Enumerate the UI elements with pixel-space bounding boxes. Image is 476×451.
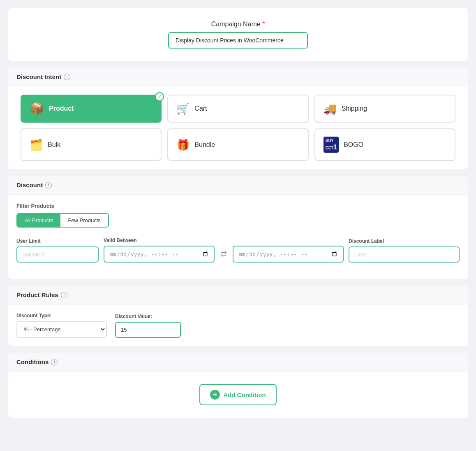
conditions-info-icon[interactable]: i	[51, 359, 58, 365]
discount-label-label: Discount Label	[349, 238, 460, 244]
campaign-name-section: Campaign Name *	[8, 8, 468, 61]
campaign-name-input[interactable]	[168, 32, 308, 49]
intent-card-bogo[interactable]: BUYGET1 BOGO	[314, 128, 455, 161]
product-rules-title: Product Rules	[16, 291, 58, 298]
valid-between-start-input[interactable]	[104, 246, 215, 263]
discount-value-field: Discount Value:	[115, 314, 181, 338]
cart-icon: 🛒	[176, 103, 189, 114]
valid-between-end-input[interactable]	[233, 246, 344, 263]
discount-label-input[interactable]	[349, 246, 460, 263]
discount-body: Filter Products All Products Few Product…	[8, 195, 468, 279]
valid-between-end-field: end	[233, 237, 344, 263]
product-rules-body: Discount Type: % - Percentage $ - Fixed …	[8, 305, 468, 346]
user-limit-field: User Limit	[16, 238, 99, 263]
add-condition-plus-icon: +	[210, 390, 220, 400]
intent-card-shipping[interactable]: 🚚 Shipping	[314, 95, 455, 123]
intent-card-bulk[interactable]: 🗂️ Bulk	[21, 128, 162, 161]
add-condition-button[interactable]: + Add Condition	[199, 384, 276, 405]
discount-type-field: Discount Type: % - Percentage $ - Fixed …	[16, 313, 107, 338]
valid-between-label: Valid Between	[104, 237, 215, 243]
filter-all-products-button[interactable]: All Products	[17, 214, 60, 227]
intent-label-bogo: BOGO	[344, 141, 363, 149]
discount-intent-title: Discount Intent	[16, 73, 61, 80]
bulk-icon: 🗂️	[30, 139, 43, 150]
intent-label-bundle: Bundle	[194, 141, 215, 149]
required-star: *	[262, 21, 265, 28]
conditions-title: Conditions	[16, 358, 49, 365]
intent-card-cart[interactable]: 🛒 Cart	[167, 95, 308, 123]
page-wrapper: Campaign Name * Discount Intent i 📦 Prod…	[8, 8, 468, 418]
user-limit-label: User Limit	[16, 238, 99, 244]
intent-label-bulk: Bulk	[48, 141, 60, 149]
discount-intent-info-icon[interactable]: i	[64, 74, 70, 80]
discount-type-label: Discount Type:	[16, 313, 107, 318]
intent-grid: 📦 Product ✓ 🛒 Cart 🚚 Shipping 🗂️ Bulk	[8, 86, 468, 169]
filter-products-label: Filter Products	[16, 203, 460, 209]
product-rules-section: Product Rules i Discount Type: % - Perce…	[8, 286, 468, 346]
discount-value-label: Discount Value:	[115, 314, 181, 319]
user-limit-input[interactable]	[16, 246, 99, 263]
intent-card-bundle[interactable]: 🎁 Bundle	[167, 128, 308, 161]
discount-section: Discount i Filter Products All Products …	[8, 176, 468, 279]
bundle-icon: 🎁	[176, 139, 189, 150]
intent-card-product[interactable]: 📦 Product ✓	[21, 95, 162, 123]
discount-info-icon[interactable]: i	[45, 182, 52, 188]
intent-label-cart: Cart	[194, 105, 207, 112]
check-badge-product: ✓	[155, 92, 164, 101]
valid-between-start-field: Valid Between	[104, 237, 215, 263]
discount-label-field: Discount Label	[349, 238, 460, 263]
discount-type-select[interactable]: % - Percentage $ - Fixed Amount Free	[16, 321, 107, 338]
conditions-body: + Add Condition	[8, 372, 468, 418]
shipping-icon: 🚚	[323, 103, 337, 114]
date-swap-icon: ⇄	[220, 249, 228, 263]
filter-few-products-button[interactable]: Few Products	[60, 214, 108, 227]
conditions-section: Conditions i + Add Condition	[8, 353, 468, 418]
product-rules-header: Product Rules i	[8, 286, 468, 305]
product-icon: 📦	[30, 103, 44, 114]
bogo-icon: BUYGET1	[323, 137, 339, 153]
conditions-header: Conditions i	[8, 353, 468, 372]
intent-label-product: Product	[49, 105, 74, 112]
filter-toggle-group: All Products Few Products	[16, 213, 109, 228]
discount-intent-header: Discount Intent i	[8, 67, 468, 86]
discount-value-input[interactable]	[115, 322, 181, 338]
product-rules-info-icon[interactable]: i	[61, 292, 67, 298]
discount-intent-section: Discount Intent i 📦 Product ✓ 🛒 Cart 🚚 S…	[8, 67, 468, 169]
discount-header: Discount i	[8, 176, 468, 195]
discount-form-row: User Limit Valid Between ⇄ end Discount	[16, 237, 460, 263]
add-condition-label: Add Condition	[223, 391, 266, 398]
discount-title: Discount	[16, 181, 43, 188]
campaign-name-text: Campaign Name	[211, 21, 261, 28]
intent-label-shipping: Shipping	[342, 105, 367, 112]
campaign-name-label: Campaign Name *	[16, 21, 460, 28]
